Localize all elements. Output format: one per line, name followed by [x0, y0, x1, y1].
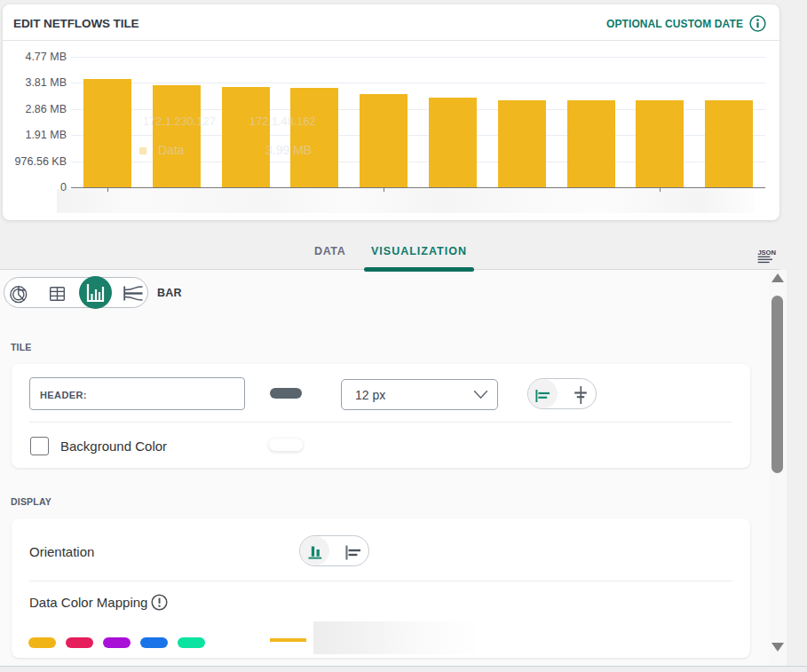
svg-text:JSON: JSON [758, 249, 776, 257]
